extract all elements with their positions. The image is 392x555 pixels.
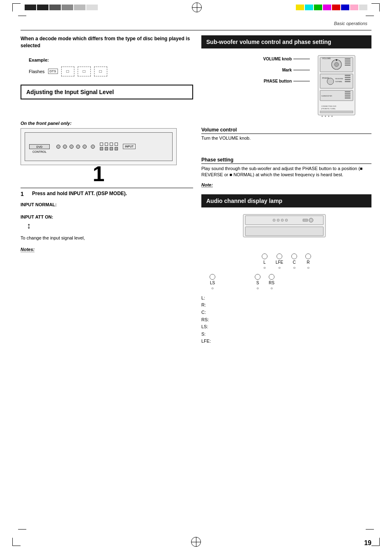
flash-indicator-2: □ <box>78 67 91 76</box>
channel-R: R ○ <box>305 253 311 270</box>
key-RS: RS: <box>201 316 371 324</box>
svg-rect-15 <box>345 75 350 76</box>
svg-point-34 <box>309 218 313 222</box>
phase-setting-title: Phase setting <box>201 157 371 164</box>
center-registration-mark <box>192 2 202 12</box>
channel-L: L ○ <box>262 253 267 270</box>
key-S: S: <box>201 331 371 338</box>
channel-S: S ○ <box>255 274 261 290</box>
svg-point-28 <box>322 116 323 117</box>
svg-point-4 <box>336 59 337 61</box>
svg-rect-24 <box>345 97 350 99</box>
key-LFE: LFE: <box>201 338 371 345</box>
svg-text:REVERSE: REVERSE <box>335 78 343 80</box>
svg-point-40 <box>285 219 288 221</box>
svg-rect-35 <box>303 219 308 221</box>
svg-rect-18 <box>345 81 350 82</box>
mark-label: Mark <box>282 68 292 72</box>
svg-point-37 <box>273 219 275 221</box>
svg-text:NORMAL: NORMAL <box>335 81 343 83</box>
page-header: Basic operations <box>21 21 371 26</box>
phase-button-label: PHASE button <box>264 79 292 83</box>
channel-C: C ○ <box>291 253 297 270</box>
volume-knob-label: VOLUME knob <box>263 57 292 61</box>
volume-diagram-area: VOLUME knob Mark PHASE button <box>201 53 371 120</box>
audio-section-title: Audio channel display lamp <box>201 194 371 207</box>
svg-rect-9 <box>345 64 350 66</box>
example-area: Example: Flashes DTS □ □ □ <box>29 58 193 78</box>
step1-instruction: 1 Press and hold INPUT ATT. (DSP MODE). <box>21 188 193 197</box>
key-L: L: <box>201 295 371 302</box>
flashes-label: Flashes <box>29 69 45 74</box>
step1-number: 1 <box>93 161 105 186</box>
svg-rect-27 <box>320 111 353 113</box>
key-LS: LS: <box>201 323 371 331</box>
svg-text:CONNECTING DVD: CONNECTING DVD <box>321 105 337 107</box>
channel-RS: RS ○ <box>269 274 274 290</box>
sub-woofer-title: Sub-woofer volume control and phase sett… <box>201 35 371 48</box>
svg-rect-16 <box>345 77 350 78</box>
input-normal-label: INPUT NORMAL: <box>21 202 193 207</box>
svg-rect-8 <box>345 62 350 64</box>
svg-rect-22 <box>345 93 350 94</box>
svg-point-39 <box>281 219 284 221</box>
svg-text:SUBWOOFER: SUBWOOFER <box>321 95 332 97</box>
example-label: Example: <box>29 58 193 62</box>
svg-point-38 <box>277 219 279 221</box>
svg-point-29 <box>325 116 326 117</box>
corner-mark-tl <box>12 3 21 12</box>
volume-control-desc: Turn the VOLUME knob. <box>201 136 371 140</box>
phase-setting-desc: Play sound through the sub-woofer and ad… <box>201 166 371 178</box>
svg-point-12 <box>327 78 334 85</box>
svg-point-3 <box>334 62 339 67</box>
corner-mark-tr <box>371 3 380 12</box>
svg-rect-17 <box>345 79 350 80</box>
channel-LS: LS ○ <box>210 274 215 290</box>
channel-key: L: R: C: RS: LS: S: LFE: <box>201 295 371 345</box>
adjusting-section-title: Adjusting the Input Signal Level <box>21 85 193 99</box>
svg-rect-21 <box>345 91 350 92</box>
front-panel-diagram: DVD CONTROL <box>21 128 177 165</box>
notes-label: Notes: <box>21 247 35 252</box>
svg-rect-23 <box>345 95 350 97</box>
note-label: Note: <box>201 182 213 188</box>
color-bars-left <box>25 5 98 10</box>
key-R: R: <box>201 302 371 309</box>
svg-text:VOLUME: VOLUME <box>322 57 331 60</box>
svg-rect-41 <box>245 227 323 236</box>
corner-mark-bl <box>12 538 21 546</box>
channel-LFE: LFE ○ <box>276 253 283 270</box>
corner-mark-br <box>371 538 380 546</box>
intro-text: When a decode mode which differs from th… <box>21 35 193 49</box>
front-panel-label: On the front panel only: <box>21 121 193 126</box>
flash-indicator-1: □ <box>61 67 74 76</box>
svg-rect-6 <box>345 58 350 60</box>
bottom-crosshair <box>191 537 201 547</box>
input-att-label: INPUT ATT ON: <box>21 214 193 219</box>
step1-text: Press and hold INPUT ATT. (DSP MODE). <box>32 191 127 196</box>
svg-point-31 <box>332 116 333 117</box>
phase-setting-section: Phase setting Play sound through the sub… <box>201 157 371 188</box>
att-arrow-symbol: ↕ <box>21 221 37 230</box>
volume-device-diagram: VOLUME PHASE REVERSE NORMAL <box>314 53 367 120</box>
volume-control-title: Volume control <box>201 127 371 134</box>
svg-point-30 <box>328 116 330 117</box>
flash-indicator-3: □ <box>94 67 107 76</box>
jvc-device-diagram: JVC <box>201 212 371 249</box>
audio-channel-section: Audio channel display lamp JVC <box>201 194 371 345</box>
svg-rect-7 <box>345 60 350 62</box>
channel-indicators-row2: LS ○ S ○ RS ○ <box>210 274 371 290</box>
dts-badge: DTS <box>48 69 58 74</box>
to-change-label: To change the input signal level, <box>21 235 193 240</box>
svg-text:(FROM RX-7130B): (FROM RX-7130B) <box>321 108 336 110</box>
channel-indicators: L ○ LFE ○ C ○ R <box>201 253 371 270</box>
color-bars-right <box>296 5 367 10</box>
volume-control-section: Volume control Turn the VOLUME knob. <box>201 127 371 140</box>
key-C: C: <box>201 309 371 316</box>
